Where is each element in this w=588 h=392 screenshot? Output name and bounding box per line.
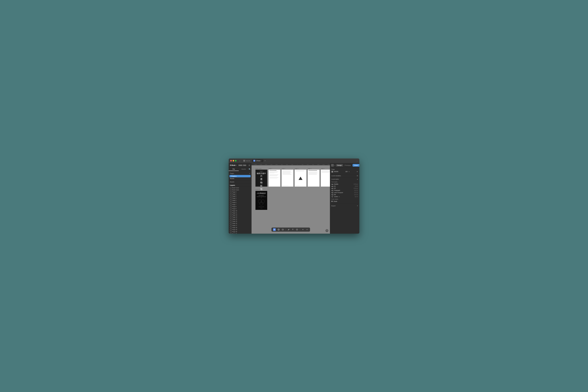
local-styles-add-button[interactable]: + — [357, 178, 358, 180]
layer-page-17[interactable]: Page 17 — [229, 224, 252, 226]
text-tool[interactable]: T — [292, 228, 294, 231]
sidebar-layout-icon[interactable]: ⊞ — [248, 164, 250, 166]
frame-icon — [230, 198, 232, 199]
layer-page-7[interactable]: Page 7 — [229, 204, 252, 206]
layer-page-8[interactable]: Page 8 — [229, 206, 252, 208]
page-opacity-value: 100 — [345, 171, 348, 172]
page-frame-label: Page 2 — [282, 168, 286, 169]
page-section: Page 858585 100 % 👁 — [330, 168, 359, 174]
ruler-mark: -1500 — [263, 164, 268, 165]
rs-header-left: ⋮⋮ ▷ — [331, 164, 336, 166]
layer-page-2[interactable]: Page 2 — [229, 195, 252, 197]
layer-page-16[interactable]: Page 16 — [229, 222, 252, 224]
help-button[interactable]: ? — [326, 229, 328, 232]
layer-page-13[interactable]: Page 13 — [229, 214, 252, 216]
layer-page-12[interactable]: Page 12 — [229, 218, 252, 220]
canvas-content[interactable]: Book Cover Published byESSL 極簡主義中的 選 物 哲… — [252, 165, 330, 234]
layer-page-5[interactable]: Page 5 — [229, 200, 252, 202]
layer-page-10[interactable]: Page 10 — [229, 210, 252, 212]
layer-page-19[interactable]: Page 19 — [229, 229, 252, 231]
layer-book-cover-2[interactable]: Book Cover — [229, 189, 252, 191]
ruler-mark: -1750 — [258, 164, 263, 165]
layer-label: Page 1 — [232, 194, 236, 195]
export-add-button[interactable]: + — [357, 204, 358, 207]
tab-component-icon: ◈ — [253, 160, 255, 162]
tab-ebook[interactable]: ◈ E-Book × — [252, 160, 263, 162]
tab-add-button[interactable]: + — [264, 160, 266, 162]
code-tool[interactable]: </> — [306, 228, 308, 231]
layer-page-14[interactable]: Page 14 — [229, 216, 252, 218]
page-assets[interactable]: Assets — [229, 177, 252, 180]
pages-add-button[interactable]: + — [249, 172, 250, 174]
home-icon[interactable]: ⌂ — [238, 160, 241, 162]
tab-design[interactable]: Design — [336, 164, 343, 166]
cover2-published: Published by ESSL — [258, 206, 264, 207]
ruler-mark: -500 — [284, 164, 290, 165]
canvas-area[interactable]: -2000 -1750 -1500 -1250 -1000 -750 -500 … — [252, 163, 330, 234]
layer-label: Page 9 — [232, 208, 236, 210]
maximize-button[interactable] — [235, 160, 236, 162]
page-frame-1[interactable]: Page 1 — [268, 168, 280, 186]
page-frame-book-cover-1[interactable]: Book Cover Published byESSL 極簡主義中的 選 物 哲… — [256, 168, 267, 186]
layer-book-cover-1[interactable]: Book Cover — [229, 187, 252, 189]
rs-move-icon[interactable]: ▷ — [334, 164, 336, 166]
local-variables-section: Local variables ⊞ — [330, 174, 359, 177]
page-color-swatch[interactable] — [331, 171, 333, 172]
ruler-mark: -2000 — [253, 164, 258, 165]
layer-page-20[interactable]: Page 20 — [229, 231, 252, 233]
layer-label: Page 18 — [232, 227, 237, 228]
tab-assets[interactable]: Assets — [239, 168, 249, 171]
page-frame-5[interactable]: Page 5 — [321, 168, 330, 186]
share-button[interactable]: Share — [352, 164, 359, 166]
ts-label: Indent Paragraph — [334, 192, 343, 193]
left-sidebar: E-Book ▾ Drafts Free ⊞ File Assets 🔍 — [229, 163, 252, 234]
shape-tool[interactable] — [296, 228, 298, 231]
component-tool[interactable]: ⊕ — [302, 228, 304, 231]
pages-section-header: Pages + — [229, 172, 252, 175]
visibility-icon[interactable]: 👁 — [356, 171, 358, 172]
page-frame-book-cover-2[interactable]: Book Cover 人生系統設計 如何去找到自己 或者如何在心靈世界設計自己 — [256, 189, 267, 210]
export-title: Export — [331, 205, 336, 206]
page-section-title: Page — [331, 168, 358, 170]
layer-label: Page 10 — [232, 210, 237, 212]
layer-page-18[interactable]: Page 18 — [229, 226, 252, 229]
layer-label: Page 8 — [232, 206, 236, 207]
color-style-shade: Shade — [331, 200, 358, 202]
layer-page-1[interactable]: Page 1 — [229, 193, 252, 195]
layer-page-6[interactable]: Page 6 — [229, 202, 252, 204]
layer-page-11[interactable]: Page 11 — [229, 212, 252, 214]
svg-rect-2 — [279, 229, 279, 229]
frame-tool[interactable] — [277, 228, 280, 231]
cover2-title: 人生系統設計 — [257, 192, 266, 194]
layer-page-9[interactable]: Page 9 — [229, 208, 252, 210]
sidebar-search-icon[interactable]: 🔍 — [249, 168, 252, 171]
rs-grid-icon[interactable]: ⋮⋮ — [331, 164, 334, 166]
layer-page-21[interactable]: Page 21 — [229, 233, 252, 234]
layer-page-3[interactable]: Page 3 — [229, 191, 252, 193]
tab-file[interactable]: File — [229, 168, 239, 171]
pen-tool[interactable] — [287, 228, 290, 231]
tab-close-icon[interactable]: × — [261, 160, 262, 162]
layer-page-4[interactable]: Page 4 — [229, 197, 252, 200]
tab-prototype[interactable]: Prototype — [343, 164, 352, 166]
page-chapters[interactable]: Chapters — [230, 175, 250, 177]
page-color-row: 858585 100 % 👁 — [331, 171, 358, 172]
page-frame-2[interactable]: Page 2 — [282, 168, 293, 186]
ts-prefix: Ag — [331, 194, 333, 196]
rect-tool[interactable] — [282, 228, 284, 231]
page-frame-4[interactable]: Page 4 — [308, 168, 320, 186]
select-tool[interactable] — [273, 228, 276, 231]
layer-page-15[interactable]: Page 15 — [229, 220, 252, 222]
close-button[interactable] — [230, 160, 232, 162]
text-styles-subsection: Text styles Ag Subtitle 12/Auto Ag H1 20… — [331, 181, 358, 198]
page-frame-3[interactable]: Page 3 — [295, 168, 306, 186]
tab-essl[interactable]: e essl.tw — [242, 160, 252, 162]
local-variables-icon[interactable]: ⊞ — [357, 175, 358, 177]
sidebar-file-assets-tabs: File Assets 🔍 — [229, 168, 252, 171]
layer-label: Page 4 — [232, 198, 236, 199]
layer-label: Page 21 — [232, 233, 237, 234]
text-style-indent-paragraph: Ag Indent Paragraph 12/175 — [331, 192, 358, 194]
more-options-icon[interactable]: ... — [356, 160, 358, 162]
color-styles-subsection: Color styles Shade — [331, 198, 358, 202]
minimize-button[interactable] — [232, 160, 234, 162]
